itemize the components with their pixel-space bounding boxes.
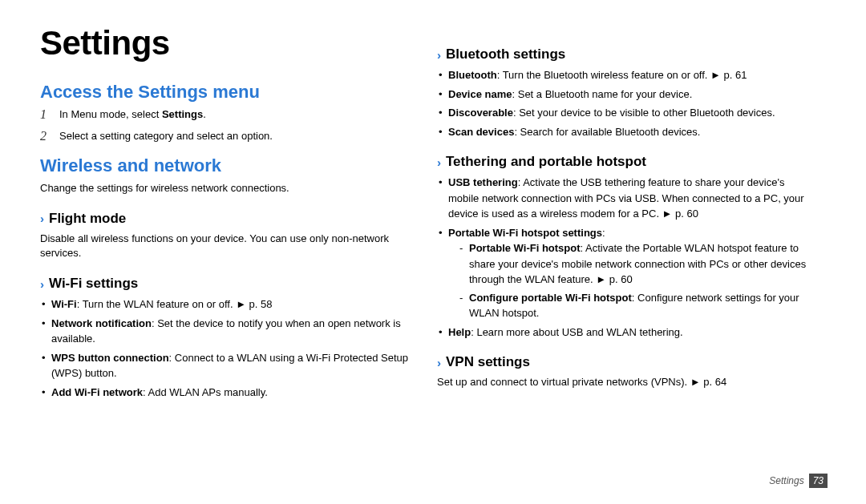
bold-run: Network notification [51,317,152,329]
subsection-vpn-settings: › VPN settings [437,354,810,370]
step-1: 1 In Menu mode, select Settings. [40,107,413,123]
chevron-right-icon: › [437,357,441,369]
sublist-item: Portable Wi-Fi hotspot: Activate the Por… [459,240,810,288]
page-footer: Settings 73 [769,474,828,488]
tethering-list: USB tethering: Activate the USB tetherin… [437,175,810,340]
wifi-settings-list: Wi-Fi: Turn the WLAN feature on or off. … [40,296,413,400]
tethering-sublist: Portable Wi-Fi hotspot: Activate the Por… [448,240,810,321]
list-item: Portable Wi-Fi hotspot settings: Portabl… [439,225,810,321]
left-column: Settings Access the Settings menu 1 In M… [40,24,437,496]
text-run: : Learn more about USB and WLAN tetherin… [471,326,682,338]
list-item: Add Wi-Fi network: Add WLAN APs manually… [42,385,413,401]
bold-run: USB tethering [448,176,518,188]
bold-run: Configure portable Wi-Fi hotspot [469,292,632,304]
bold-run: Help [448,326,471,338]
bold-run: Scan devices [448,126,514,138]
list-item: Scan devices: Search for available Bluet… [439,124,810,140]
page-ref: ► p. 64 [690,376,726,388]
list-item: Wi-Fi: Turn the WLAN feature on or off. … [42,296,413,312]
text-run: Set up and connect to virtual private ne… [437,376,690,388]
list-item: WPS button connection: Connect to a WLAN… [42,350,413,381]
text-run: : Turn the WLAN feature on or off. [77,298,236,310]
step-text: Select a setting category and select an … [59,129,413,144]
list-item: Help: Learn more about USB and WLAN teth… [439,325,810,341]
step-text: In Menu mode, select Settings. [59,107,413,123]
page-number: 73 [809,474,828,488]
page-ref: ► p. 61 [710,69,747,81]
subsection-label: VPN settings [446,354,530,370]
bold-run: Add Wi-Fi network [51,386,143,398]
text-run: : [602,227,605,239]
list-item: Network notification: Set the device to … [42,316,413,347]
page-ref: ► p. 60 [596,273,632,285]
footer-section: Settings [769,475,803,486]
step-2: 2 Select a setting category and select a… [40,129,413,144]
flight-mode-text: Disable all wireless functions on your d… [40,232,413,262]
bold-run: WPS button connection [51,352,169,364]
section-wireless-network: Wireless and network [40,155,413,176]
sublist-item: Configure portable Wi-Fi hotspot: Config… [459,290,810,321]
bold-run: Wi-Fi [51,298,77,310]
text-run: : Add WLAN APs manually. [143,386,268,398]
chevron-right-icon: › [437,49,441,61]
text-run: : Search for available Bluetooth devices… [514,126,700,138]
subsection-label: Tethering and portable hotspot [446,154,646,170]
bold-run: Portable Wi-Fi hotspot [469,242,581,254]
subsection-label: Flight mode [49,211,126,227]
chevron-right-icon: › [40,278,44,290]
list-item: Discoverable: Set your device to be visi… [439,105,810,121]
text-run: . [203,108,206,120]
subsection-label: Wi-Fi settings [49,276,138,292]
manual-page: Settings Access the Settings menu 1 In M… [0,0,866,504]
list-item: Device name: Set a Bluetooth name for yo… [439,87,810,103]
text-run: : Turn the Bluetooth wireless feature on… [497,69,710,81]
subsection-wifi-settings: › Wi-Fi settings [40,276,413,292]
list-item: Bluetooth: Turn the Bluetooth wireless f… [439,67,810,83]
bold-run: Device name [448,88,512,100]
bluetooth-list: Bluetooth: Turn the Bluetooth wireless f… [437,67,810,139]
bold-run: Bluetooth [448,69,497,81]
subsection-label: Bluetooth settings [446,46,565,62]
text-run: In Menu mode, select [59,108,162,120]
step-number: 1 [40,107,51,123]
vpn-text: Set up and connect to virtual private ne… [437,375,810,390]
text-run: : Set a Bluetooth name for your device. [512,88,693,100]
bold-run: Portable Wi-Fi hotspot settings [448,227,602,239]
chevron-right-icon: › [437,156,441,168]
bold-run: Settings [162,108,203,120]
page-ref: ► p. 58 [236,298,272,310]
chevron-right-icon: › [40,212,44,224]
subsection-flight-mode: › Flight mode [40,211,413,227]
page-ref: ► p. 60 [662,208,698,220]
section-access-settings: Access the Settings menu [40,82,413,103]
subsection-tethering: › Tethering and portable hotspot [437,154,810,170]
step-number: 2 [40,129,51,144]
subsection-bluetooth-settings: › Bluetooth settings [437,46,810,62]
bold-run: Discoverable [448,107,513,119]
text-run: : Set your device to be visible to other… [513,107,775,119]
intro-text: Change the settings for wireless network… [40,181,413,196]
page-title: Settings [40,24,413,62]
list-item: USB tethering: Activate the USB tetherin… [439,175,810,222]
right-column: › Bluetooth settings Bluetooth: Turn the… [437,24,834,496]
